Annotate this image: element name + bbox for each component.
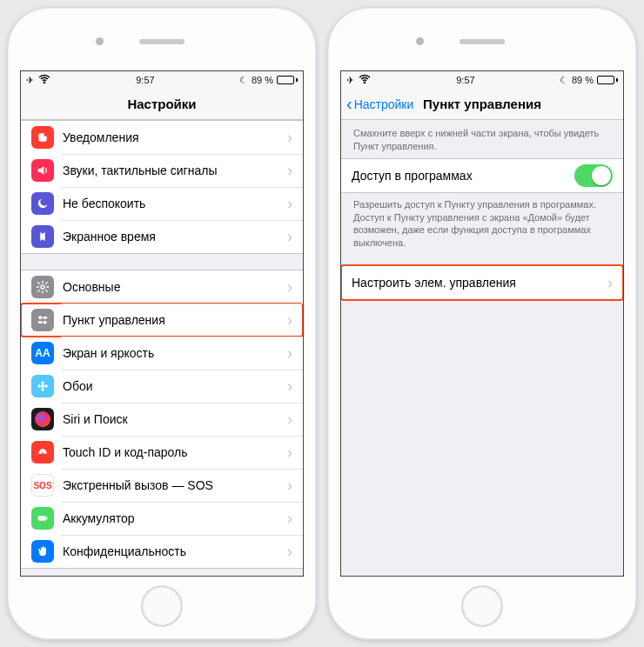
chevron-right-icon: › — [287, 543, 292, 561]
status-time: 9:57 — [136, 75, 154, 85]
battery-icon — [277, 76, 298, 84]
front-camera — [416, 37, 424, 45]
back-label: Настройки — [354, 97, 414, 111]
switches-icon — [31, 309, 54, 331]
row-label: Экран и яркость — [63, 346, 287, 360]
settings-row-sos[interactable]: SOSЭкстренный вызов — SOS› — [21, 469, 303, 502]
screen-left: ✈︎ 9:57 ☾ 89 % Настройки Уведомления›Зву… — [20, 70, 304, 577]
settings-row-siri[interactable]: Siri и Поиск› — [21, 403, 303, 436]
dnd-moon-icon: ☾ — [560, 75, 568, 86]
chevron-right-icon: › — [287, 410, 292, 429]
svg-point-9 — [41, 381, 44, 384]
svg-point-8 — [41, 384, 44, 388]
row-label: Touch ID и код-пароль — [63, 445, 287, 459]
page-title: Настройки — [127, 97, 196, 111]
row-label: Основные — [63, 280, 287, 294]
svg-point-0 — [44, 82, 44, 83]
text-size-icon: AA — [31, 342, 54, 364]
battery-percent: 89 % — [252, 75, 273, 85]
row-access-in-apps[interactable]: Доступ в программах — [341, 159, 623, 192]
row-label: Аккумулятор — [63, 511, 287, 525]
back-button[interactable]: ‹ Настройки — [346, 89, 413, 119]
dnd-moon-icon: ☾ — [239, 75, 248, 86]
settings-row-wallpaper[interactable]: Обои› — [21, 370, 303, 403]
chevron-right-icon: › — [287, 444, 292, 462]
airplane-icon: ✈︎ — [346, 75, 354, 86]
sos-icon: SOS — [31, 474, 54, 497]
control-center-settings: Смахните вверх с нижней части экрана, чт… — [341, 120, 623, 576]
chevron-right-icon: › — [287, 311, 292, 330]
nav-bar: Настройки — [21, 89, 303, 120]
chevron-right-icon: › — [287, 195, 292, 213]
row-label: Экранное время — [63, 230, 287, 243]
row-label: Конфиденциальность — [63, 544, 287, 558]
toggle-access[interactable] — [574, 164, 613, 187]
settings-row-screentime[interactable]: Экранное время› — [21, 220, 303, 253]
status-bar: ✈︎ 9:57 ☾ 89 % — [341, 71, 623, 89]
row-customize-controls[interactable]: Настроить элем. управления › — [341, 266, 623, 299]
row-label: Экстренный вызов — SOS — [63, 478, 287, 492]
settings-row-touchid[interactable]: Touch ID и код-пароль› — [21, 436, 303, 469]
svg-rect-13 — [38, 516, 46, 520]
settings-row-notifications[interactable]: Уведомления› — [21, 121, 303, 154]
chevron-right-icon: › — [287, 510, 292, 528]
settings-row-general[interactable]: Основные› — [21, 270, 303, 303]
row-label: Не беспокоить — [63, 197, 287, 210]
svg-rect-7 — [38, 321, 43, 324]
chevron-right-icon: › — [287, 228, 292, 246]
chevron-right-icon: › — [287, 344, 292, 363]
wifi-icon — [358, 72, 372, 88]
phone-frame-right: ✈︎ 9:57 ☾ 89 % ‹ Настройки Пункт управле… — [327, 7, 637, 640]
settings-row-privacy[interactable]: Конфиденциальность› — [21, 535, 303, 568]
hint-text: Смахните вверх с нижней части экрана, чт… — [341, 120, 623, 158]
chevron-right-icon: › — [287, 377, 292, 396]
settings-list[interactable]: Уведомления›Звуки, тактильные сигналы›Не… — [21, 120, 303, 576]
hourglass-icon — [31, 225, 54, 248]
screen-right: ✈︎ 9:57 ☾ 89 % ‹ Настройки Пункт управле… — [340, 70, 624, 577]
notifications-icon — [31, 126, 54, 149]
home-button[interactable] — [141, 585, 183, 627]
highlight-customize: Настроить элем. управления › — [341, 265, 623, 300]
chevron-right-icon: › — [287, 278, 292, 297]
svg-point-2 — [44, 133, 47, 137]
svg-rect-14 — [47, 517, 48, 520]
speaker-grille — [139, 39, 184, 44]
row-label: Звуки, тактильные сигналы — [63, 163, 287, 177]
battery-icon — [597, 76, 618, 84]
wifi-icon — [37, 72, 51, 88]
airplane-icon: ✈︎ — [26, 75, 34, 86]
battery-icon — [31, 507, 54, 530]
battery-percent: 89 % — [572, 75, 594, 85]
row-label: Уведомления — [63, 130, 287, 144]
row-label: Пункт управления — [63, 313, 287, 327]
settings-row-sounds[interactable]: Звуки, тактильные сигналы› — [21, 154, 303, 187]
svg-point-4 — [38, 316, 42, 319]
speaker-grille — [460, 39, 505, 44]
chevron-left-icon: ‹ — [346, 95, 352, 112]
status-bar: ✈︎ 9:57 ☾ 89 % — [21, 71, 303, 89]
chevron-right-icon: › — [287, 477, 292, 495]
svg-point-11 — [37, 384, 40, 387]
flower-icon — [31, 375, 54, 397]
sounds-icon — [31, 159, 54, 182]
moon-icon — [31, 192, 54, 215]
phone-frame-left: ✈︎ 9:57 ☾ 89 % Настройки Уведомления›Зву… — [7, 7, 317, 640]
settings-row-battery[interactable]: Аккумулятор› — [21, 502, 303, 535]
settings-row-display[interactable]: AAЭкран и яркость› — [21, 337, 303, 370]
settings-row-dnd[interactable]: Не беспокоить› — [21, 187, 303, 220]
hand-icon — [31, 540, 54, 563]
svg-point-12 — [44, 384, 47, 387]
row-label: Настроить элем. управления — [352, 276, 607, 290]
page-title: Пункт управления — [423, 97, 541, 111]
svg-point-3 — [41, 285, 44, 289]
svg-point-6 — [44, 321, 47, 324]
svg-point-16 — [364, 82, 365, 83]
settings-row-control-center[interactable]: Пункт управления› — [21, 303, 303, 337]
row-label: Siri и Поиск — [63, 412, 287, 426]
front-camera — [96, 37, 104, 45]
chevron-right-icon: › — [607, 274, 613, 292]
svg-rect-5 — [43, 317, 47, 319]
chevron-right-icon: › — [287, 129, 292, 147]
home-button[interactable] — [461, 585, 503, 627]
siri-icon — [31, 408, 54, 430]
